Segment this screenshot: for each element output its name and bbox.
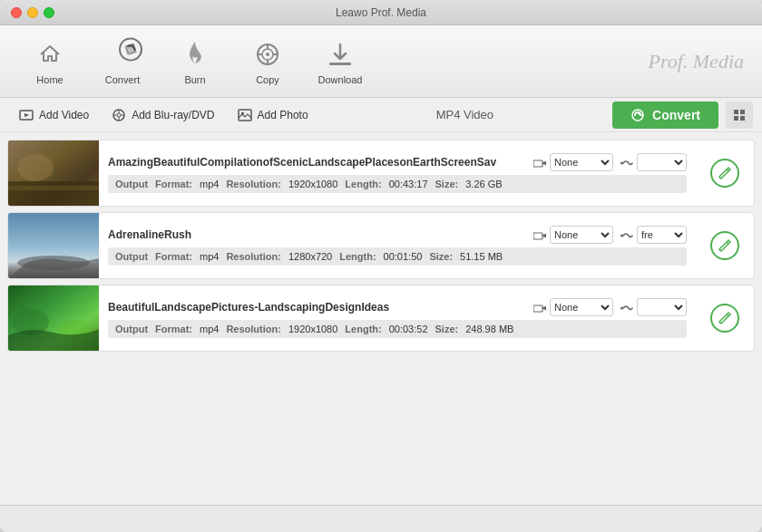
main-window: Leawo Prof. Media Home [0,0,762,532]
add-photo-label: Add Photo [258,109,308,121]
svg-rect-17 [740,116,745,121]
video-item-1: AmazingBeautifulCompilationofScenicLands… [7,140,755,207]
add-photo-icon [237,107,253,123]
length-value-2: 00:01:50 [384,251,423,262]
video-info-2: AdrenalineRush None [99,213,696,278]
toolbar-label-convert: Convert [105,74,141,85]
add-bluray-button[interactable]: Add Blu-ray/DVD [102,103,223,127]
footer [0,505,762,532]
video-item-3: BeautifulLandscapePictures-LandscapingDe… [7,285,755,352]
close-button[interactable] [11,7,22,18]
toolbar-label-burn: Burn [184,74,205,85]
format-label: MP4 Video [321,108,610,121]
toolbar-label-copy: Copy [256,74,279,85]
video-meta-3: Output Format: mp4 Resolution: 1920x1080… [108,320,687,338]
size-value-3: 248.98 MB [465,324,513,334]
video-info-1: AmazingBeautifulCompilationofScenicLands… [99,140,696,206]
format-value-2: mp4 [200,251,219,262]
svg-rect-21 [8,186,99,190]
svg-rect-31 [533,305,542,312]
format-value-1: mp4 [200,179,219,189]
output-label-1: Output [115,179,148,189]
svg-point-27 [620,234,623,237]
add-video-icon [18,107,34,123]
video-actions-3 [696,285,754,351]
svg-point-11 [117,113,121,117]
video-info-3: BeautifulLandscapePictures-LandscapingDe… [99,285,696,351]
video-title-3: BeautifulLandscapePictures-LandscapingDe… [108,301,389,314]
title-bar: Leawo Prof. Media [0,0,762,25]
svg-point-32 [620,306,623,309]
video-thumbnail-2 [8,213,99,278]
format-key-1: Format: [155,179,192,189]
length-value-1: 00:43:17 [389,179,428,189]
video-meta-1: Output Format: mp4 Resolution: 1920x1080… [108,175,687,193]
traffic-lights [11,7,54,18]
convert-icon [106,38,139,71]
svg-rect-22 [533,160,542,167]
add-video-button[interactable]: Add Video [9,103,98,127]
svg-point-23 [620,161,623,164]
toolbar-item-convert[interactable]: Convert [91,31,154,92]
resolution-value-1: 1920x1080 [288,179,337,189]
download-icon [324,38,357,71]
output-label-3: Output [115,324,148,334]
svg-point-20 [17,154,54,181]
convert-button[interactable]: Convert [612,102,718,129]
add-photo-button[interactable]: Add Photo [228,103,318,127]
video-thumbnail-1 [8,140,99,206]
svg-point-3 [266,53,269,56]
toolbar-label-home: Home [36,74,63,85]
svg-rect-14 [734,110,738,114]
size-value-1: 3.26 GB [465,179,502,189]
resolution-value-2: 1280x720 [288,251,332,262]
home-icon [34,38,66,71]
output-label-2: Output [115,251,148,262]
copy-icon [251,38,284,71]
video-title-1: AmazingBeautifulCompilationofScenicLands… [108,156,496,169]
video-controls-row-2: AdrenalineRush None [108,226,687,244]
toolbar-item-download[interactable]: Download [308,31,372,92]
edit-button-1[interactable] [710,159,739,188]
grid-view-button[interactable] [726,102,753,129]
video-title-2: AdrenalineRush [108,228,191,241]
toolbar-item-copy[interactable]: Copy [236,31,299,92]
add-bluray-icon [111,107,127,123]
burn-icon [179,38,211,71]
convert-button-label: Convert [652,108,700,122]
video-item-2: AdrenalineRush None [7,212,755,279]
svg-rect-26 [533,233,542,239]
edit-button-3[interactable] [710,304,739,333]
action-bar: Add Video Add Blu-ray/DVD A [0,98,762,132]
format-value-3: mp4 [200,324,219,334]
maximize-button[interactable] [44,7,54,18]
video-list: AmazingBeautifulCompilationofScenicLands… [0,132,762,505]
svg-rect-15 [740,110,745,114]
toolbar: Home Convert Burn [0,25,762,98]
add-video-label: Add Video [39,109,89,121]
svg-rect-19 [8,181,99,206]
toolbar-item-home[interactable]: Home [18,31,82,92]
resolution-value-3: 1920x1080 [288,324,337,334]
minimize-button[interactable] [27,7,38,18]
video-thumbnail-3 [8,285,99,351]
size-value-2: 51.15 MB [460,251,503,262]
video-meta-2: Output Format: mp4 Resolution: 1280x720 … [108,247,687,266]
toolbar-item-burn[interactable]: Burn [163,31,227,92]
video-controls-row-1: AmazingBeautifulCompilationofScenicLands… [108,153,687,171]
add-bluray-label: Add Blu-ray/DVD [132,109,214,121]
edit-button-2[interactable] [710,231,739,260]
toolbar-label-download: Download [318,74,363,85]
video-controls-row-3: BeautifulLandscapePictures-LandscapingDe… [108,298,687,316]
window-title: Leawo Prof. Media [336,6,426,19]
video-actions-1 [696,140,754,206]
video-actions-2 [696,213,754,278]
svg-rect-16 [734,116,738,121]
svg-rect-8 [329,63,351,65]
brand-logo: Prof. Media [649,50,745,73]
length-value-3: 00:03:52 [389,324,428,334]
svg-rect-12 [239,110,251,121]
